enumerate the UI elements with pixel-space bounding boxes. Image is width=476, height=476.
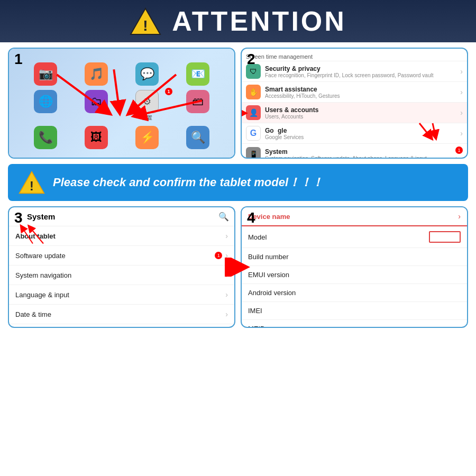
menu-item-system[interactable]: 📱 System System navigation, Software upd… (242, 144, 467, 159)
search-icon[interactable]: 🔍 (218, 212, 229, 222)
menu-item-security[interactable]: 🛡 Security & privacy Face recognition, F… (242, 61, 467, 82)
step-1-panel: 1 📷 🎵 💬 📧 🌐 🗂 (8, 48, 235, 159)
list-item: 📞 (22, 126, 69, 149)
chevron-icon: › (455, 154, 458, 159)
settings-badge: 1 (165, 88, 172, 95)
sys-item-navigation[interactable]: System navigation › (9, 266, 234, 285)
banner-text: Please check and confirm the tablet mode… (53, 175, 323, 190)
meid-label: MEID (248, 325, 266, 328)
navigation-label: System navigation (15, 271, 71, 279)
banner-warning-icon: ! (19, 170, 45, 195)
android-label: Android version (248, 289, 296, 297)
system-title: System (27, 212, 214, 221)
sys-item-language[interactable]: Language & input › (9, 285, 234, 305)
date-label: Date & time (15, 310, 51, 318)
panel-arrow (225, 258, 251, 277)
android-item[interactable]: Android version (242, 284, 467, 302)
chevron-icon: › (225, 290, 228, 299)
list-item: ⚡ (124, 126, 170, 149)
google-icon: G (246, 126, 261, 141)
build-number-label: Build number (248, 253, 289, 261)
list-item: 📷 (22, 62, 69, 86)
sys-item-date[interactable]: Date & time › (9, 305, 234, 324)
settings-icon: ⚙ (135, 90, 159, 113)
app-icon-teal: 💬 (135, 62, 159, 86)
svg-text:!: ! (30, 179, 34, 193)
sys-item-clone[interactable]: Phone Clone › (9, 324, 234, 328)
step-2-panel: 2 Screen time management 🛡 Security & pr… (241, 48, 468, 159)
google-text: Google Google Services (265, 127, 456, 140)
list-item: 🎵 (73, 62, 120, 86)
list-item: ⚙ 1 设置 (124, 90, 170, 122)
attention-banner: ! Please check and confirm the tablet mo… (8, 164, 468, 201)
list-item: 🔍 (175, 126, 221, 149)
list-item: 🗃 (175, 90, 221, 122)
app-icon-blue2: 🔍 (186, 126, 209, 149)
security-text: Security & privacy Face recognition, Fin… (265, 65, 456, 78)
smart-text: Smart assistance Accessibility, HiTouch,… (265, 86, 456, 99)
model-box (429, 231, 461, 243)
step-1-number: 1 (14, 52, 23, 67)
app-icon-orange: 🎵 (85, 62, 108, 86)
settings-menu: Screen time management 🛡 Security & priv… (242, 49, 467, 159)
list-item: 🗂 (73, 90, 120, 122)
app-icon-red2: 🖼 (85, 126, 108, 149)
header-title: ATTENTION (172, 5, 346, 37)
system-badge: 1 (455, 147, 463, 154)
phone-screen: 📷 🎵 💬 📧 🌐 🗂 ⚙ 1 (9, 49, 234, 158)
chevron-icon: › (460, 67, 463, 76)
meid-item[interactable]: MEID (242, 320, 467, 328)
software-label: Software update (15, 252, 66, 260)
menu-item-users[interactable]: 👤 Users & accounts Users, Accounts › (242, 103, 467, 123)
app-icon-yellow: 📧 (186, 62, 209, 86)
main-content: 1 📷 🎵 💬 📧 🌐 🗂 (0, 42, 476, 333)
language-label: Language & input (15, 291, 69, 299)
step-3-number: 3 (14, 210, 23, 225)
imei-label: IMEI (248, 307, 262, 315)
sys-item-about[interactable]: About tablet › (9, 226, 234, 246)
step-4-panel: 4 Device name › Model Build number EMUI … (241, 206, 468, 328)
step-2-number: 2 (247, 52, 255, 67)
list-item: 🌐 (22, 90, 69, 122)
about-label: About tablet (15, 232, 56, 240)
system-right: 1 › (455, 147, 463, 159)
app-icon-red: 📷 (34, 62, 57, 86)
device-name-item[interactable]: Device name › (242, 207, 467, 226)
step-3-panel: 3 ← System 🔍 About tablet › (8, 206, 235, 328)
chevron-icon: › (460, 108, 463, 117)
list-item: 📧 (175, 62, 221, 86)
screen-time-item: Screen time management (242, 51, 467, 61)
menu-item-smart[interactable]: ✋ Smart assistance Accessibility, HiTouc… (242, 82, 467, 103)
emui-item[interactable]: EMUI version (242, 266, 467, 284)
imei-item[interactable]: IMEI (242, 302, 467, 320)
app-icon-green: 📞 (34, 126, 57, 149)
system-icon: 📱 (246, 147, 261, 159)
bottom-panels: 3 ← System 🔍 About tablet › (8, 206, 468, 328)
chevron-icon: › (225, 310, 228, 318)
smart-icon: ✋ (246, 85, 261, 99)
header: ! ATTENTION (0, 0, 476, 42)
red-chevron-icon: › (458, 212, 461, 221)
svg-text:!: ! (143, 17, 148, 34)
software-badge: 1 (215, 252, 222, 259)
chevron-icon: › (460, 129, 463, 138)
app-icon-orange2: ⚡ (135, 126, 159, 149)
emui-label: EMUI version (248, 271, 289, 279)
list-item: 🖼 (73, 126, 120, 149)
sys-item-software[interactable]: Software update 1 › (9, 246, 234, 266)
chevron-icon: › (460, 88, 463, 96)
model-item[interactable]: Model (242, 226, 467, 248)
system-text: System System navigation, Software updat… (265, 148, 451, 159)
app-grid: 📷 🎵 💬 📧 🌐 🗂 ⚙ 1 (14, 60, 229, 152)
model-label: Model (248, 233, 267, 241)
menu-item-google[interactable]: G Google Google Services › (242, 123, 467, 144)
users-text: Users & accounts Users, Accounts (265, 106, 456, 120)
chevron-icon: › (225, 232, 228, 240)
settings-label: 设置 (124, 114, 170, 122)
system-header: ← System 🔍 (9, 207, 234, 226)
step-4-number: 4 (247, 210, 255, 225)
app-icon-pink: 🗃 (186, 90, 209, 113)
list-item: 💬 (124, 62, 170, 86)
app-icon-blue: 🌐 (34, 90, 57, 113)
build-number-item[interactable]: Build number (242, 248, 467, 266)
